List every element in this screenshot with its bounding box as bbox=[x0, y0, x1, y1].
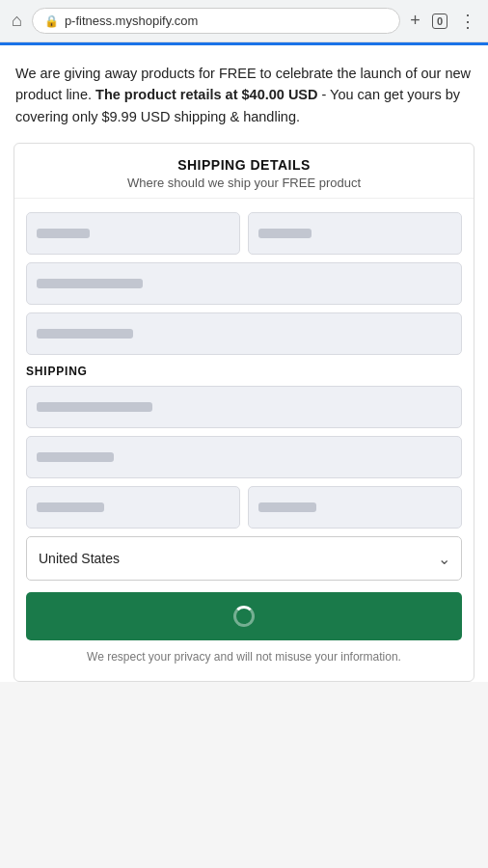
lock-icon: 🔒 bbox=[44, 14, 59, 28]
shipping-title: SHIPPING DETAILS bbox=[30, 157, 458, 173]
shipping-header: SHIPPING DETAILS Where should we ship yo… bbox=[14, 144, 474, 199]
address1-field[interactable] bbox=[26, 386, 462, 428]
email-field[interactable] bbox=[26, 262, 462, 305]
submit-button[interactable] bbox=[26, 592, 462, 640]
phone-redacted bbox=[37, 329, 133, 339]
zip-field[interactable] bbox=[248, 486, 462, 529]
address-bar[interactable]: 🔒 p-fitness.myshopify.com bbox=[32, 8, 400, 34]
privacy-text: We respect your privacy and will not mis… bbox=[26, 650, 462, 667]
home-icon[interactable]: ⌂ bbox=[12, 11, 22, 31]
zip-redacted bbox=[258, 502, 316, 512]
promo-text-bold: The product retails at $40.00 USD bbox=[95, 87, 317, 102]
url-text: p-fitness.myshopify.com bbox=[65, 14, 198, 28]
browser-actions: + 0 ⋮ bbox=[410, 11, 476, 32]
email-row bbox=[26, 262, 462, 305]
page-bottom bbox=[0, 695, 488, 792]
main-content: We are giving away products for FREE to … bbox=[0, 45, 488, 682]
first-name-field[interactable] bbox=[26, 212, 240, 255]
address1-redacted bbox=[37, 402, 152, 412]
last-name-field[interactable] bbox=[248, 212, 462, 255]
name-row bbox=[26, 212, 462, 255]
shipping-subtitle: Where should we ship your FREE product bbox=[30, 176, 458, 190]
address2-redacted bbox=[37, 452, 114, 462]
browser-chrome: ⌂ 🔒 p-fitness.myshopify.com + 0 ⋮ bbox=[0, 0, 488, 42]
city-zip-row bbox=[26, 486, 462, 529]
shipping-section-label: SHIPPING bbox=[26, 365, 462, 378]
new-tab-icon[interactable]: + bbox=[410, 11, 420, 31]
phone-row bbox=[26, 312, 462, 355]
address2-field[interactable] bbox=[26, 436, 462, 478]
phone-field[interactable] bbox=[26, 312, 462, 355]
email-redacted bbox=[37, 279, 143, 288]
first-name-redacted bbox=[37, 229, 90, 238]
menu-icon[interactable]: ⋮ bbox=[459, 11, 476, 32]
promo-text: We are giving away products for FREE to … bbox=[0, 45, 488, 143]
loading-spinner bbox=[233, 606, 255, 627]
city-redacted bbox=[37, 502, 104, 512]
address2-row bbox=[26, 436, 462, 478]
last-name-redacted bbox=[258, 229, 312, 238]
address1-row bbox=[26, 386, 462, 428]
country-select-wrapper[interactable]: United States Canada United Kingdom Aust… bbox=[26, 536, 462, 581]
city-field[interactable] bbox=[26, 486, 240, 529]
shipping-card: SHIPPING DETAILS Where should we ship yo… bbox=[14, 143, 474, 682]
country-select[interactable]: United States Canada United Kingdom Aust… bbox=[26, 536, 462, 581]
form-area: SHIPPING bbox=[14, 199, 474, 681]
tab-count-icon[interactable]: 0 bbox=[432, 14, 447, 29]
